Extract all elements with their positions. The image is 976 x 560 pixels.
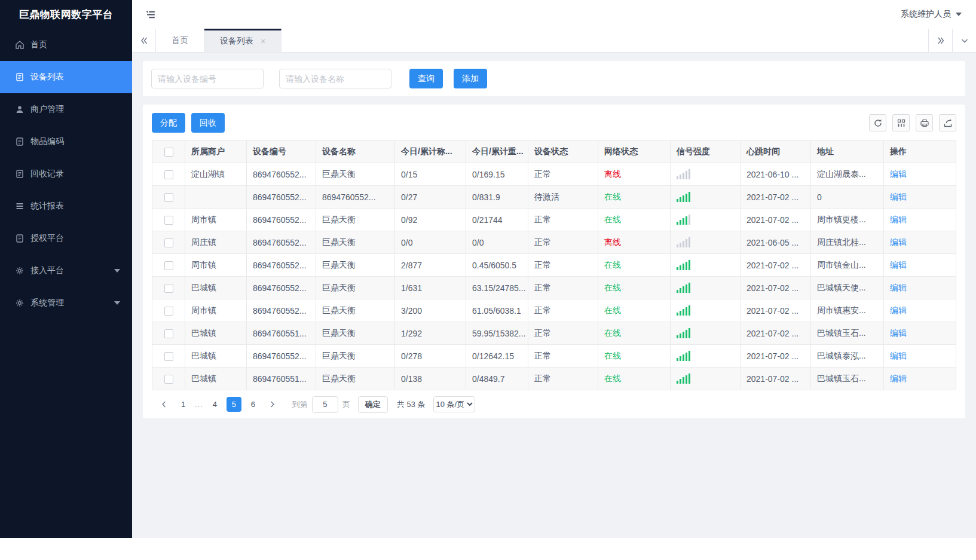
today-count-cell: 0/92	[395, 209, 466, 231]
print-icon[interactable]	[916, 114, 933, 131]
tabs-scroll-right-icon[interactable]	[928, 29, 952, 52]
device-status-cell: 正常	[528, 299, 598, 322]
edit-link[interactable]: 编辑	[890, 328, 907, 338]
device-status-cell: 正常	[528, 254, 598, 277]
page-button[interactable]: 6	[246, 397, 261, 412]
device-no-cell: 8694760552...	[247, 231, 316, 254]
page-size-select[interactable]: 10 条/页	[433, 396, 475, 412]
sidebar-item-home[interactable]: 首页	[0, 29, 132, 61]
page-jump-input[interactable]	[312, 396, 338, 413]
page-button-active[interactable]: 5	[227, 397, 241, 412]
today-weight-cell: 0/831.9	[466, 186, 528, 209]
columns-icon[interactable]	[892, 114, 910, 131]
row-checkbox[interactable]	[164, 238, 173, 247]
query-button[interactable]: 查询	[409, 69, 443, 88]
edit-link[interactable]: 编辑	[890, 169, 907, 179]
device-name-cell: 巨鼎天衡	[316, 322, 395, 345]
sidebar-item-merchant[interactable]: 商户管理	[0, 93, 132, 126]
sidebar-item-item-code[interactable]: 物品编码	[0, 126, 132, 158]
edit-link[interactable]: 编辑	[890, 192, 907, 201]
edit-link[interactable]: 编辑	[890, 305, 907, 315]
network-status: 在线	[604, 305, 621, 315]
row-checkbox[interactable]	[164, 193, 173, 202]
device-status-cell: 正常	[528, 209, 598, 231]
add-button[interactable]: 添加	[454, 69, 487, 88]
col-address: 地址	[811, 140, 884, 163]
row-checkbox[interactable]	[164, 284, 173, 293]
edit-link[interactable]: 编辑	[890, 374, 907, 383]
page-word-label: 页	[342, 399, 350, 410]
row-checkbox[interactable]	[164, 261, 173, 270]
tabs-menu-icon[interactable]	[952, 29, 976, 52]
device-status-cell: 正常	[528, 277, 598, 299]
pagination: 1 ... 4 5 6 到第 页 确定 共 53 条 10 条/页	[152, 390, 956, 418]
row-checkbox[interactable]	[164, 329, 173, 338]
table-row: 8694760552... 8694760552... 0/27 0/831.9…	[152, 186, 956, 209]
tab-home[interactable]: 首页	[156, 29, 204, 52]
merchant-cell: 巴城镇	[185, 345, 247, 368]
select-all-checkbox[interactable]	[164, 148, 173, 157]
tabs-scroll-left-icon[interactable]	[132, 29, 156, 52]
sidebar-item-report[interactable]: 统计报表	[0, 190, 132, 222]
app-title: 巨鼎物联网数字平台	[0, 0, 132, 29]
edit-link[interactable]: 编辑	[890, 237, 907, 247]
page-button[interactable]: 4	[207, 397, 222, 412]
signal-strength-icon	[677, 374, 734, 384]
edit-link[interactable]: 编辑	[890, 351, 907, 360]
col-heartbeat: 心跳时间	[741, 140, 811, 163]
col-device-status: 设备状态	[528, 140, 598, 163]
row-checkbox[interactable]	[164, 352, 173, 361]
sidebar-item-auth-platform[interactable]: 授权平台	[0, 222, 132, 255]
edit-link[interactable]: 编辑	[890, 283, 907, 292]
device-no-cell: 8694760552...	[247, 277, 316, 299]
user-menu[interactable]: 系统维护人员	[901, 9, 962, 20]
next-page-icon[interactable]	[265, 397, 280, 412]
edit-link[interactable]: 编辑	[890, 260, 907, 270]
device-no-input[interactable]	[151, 69, 264, 88]
col-merchant: 所属商户	[185, 140, 247, 163]
page-button[interactable]: 1	[176, 397, 191, 412]
device-name-input[interactable]	[279, 69, 391, 88]
sidebar-item-device-list[interactable]: 设备列表	[0, 61, 132, 93]
merchant-cell: 周市镇	[185, 299, 247, 322]
merchant-cell: 周市镇	[185, 209, 247, 231]
device-status-cell: 正常	[528, 345, 598, 368]
close-icon[interactable]: ×	[261, 37, 265, 45]
signal-strength-icon	[677, 215, 734, 225]
confirm-button[interactable]: 确定	[358, 396, 388, 413]
page-ellipsis[interactable]: ...	[195, 400, 203, 409]
collapse-sidebar-icon[interactable]	[145, 9, 157, 20]
sidebar-item-label: 统计报表	[30, 201, 64, 212]
address-cell: 周市镇金山...	[811, 254, 884, 277]
network-status: 在线	[604, 192, 621, 201]
today-weight-cell: 0/169.15	[466, 163, 528, 186]
today-weight-cell: 0/0	[466, 231, 528, 254]
recycle-button[interactable]: 回收	[191, 113, 225, 133]
device-no-cell: 8694760552...	[247, 254, 316, 277]
address-cell: 巴城镇天使...	[811, 277, 884, 299]
row-checkbox[interactable]	[164, 307, 173, 316]
tab-device-list[interactable]: 设备列表 ×	[204, 29, 282, 52]
row-checkbox[interactable]	[164, 375, 173, 384]
today-count-cell: 0/278	[395, 345, 466, 368]
row-checkbox[interactable]	[164, 216, 173, 225]
heartbeat-cell: 2021-07-02 ...	[741, 345, 811, 368]
sidebar-item-recycle-record[interactable]: 回收记录	[0, 158, 132, 190]
heartbeat-cell: 2021-06-05 ...	[741, 231, 811, 254]
tab-bar: 首页 设备列表 ×	[132, 29, 976, 53]
device-no-cell: 8694760552...	[247, 209, 316, 231]
network-status: 在线	[604, 260, 621, 270]
assign-button[interactable]: 分配	[152, 113, 185, 133]
sidebar-item-system-admin[interactable]: 系统管理	[0, 287, 132, 319]
prev-page-icon[interactable]	[157, 397, 172, 412]
today-weight-cell: 59.95/15382...	[466, 322, 528, 345]
today-count-cell: 3/200	[395, 299, 466, 322]
signal-strength-icon	[677, 328, 734, 338]
address-cell: 巴城镇玉石...	[811, 368, 884, 390]
row-checkbox[interactable]	[164, 170, 173, 179]
export-icon[interactable]	[939, 114, 956, 131]
edit-link[interactable]: 编辑	[890, 215, 907, 224]
sidebar-item-access-platform[interactable]: 接入平台	[0, 255, 132, 287]
device-no-cell: 8694760552...	[247, 186, 316, 209]
refresh-icon[interactable]	[869, 114, 886, 131]
